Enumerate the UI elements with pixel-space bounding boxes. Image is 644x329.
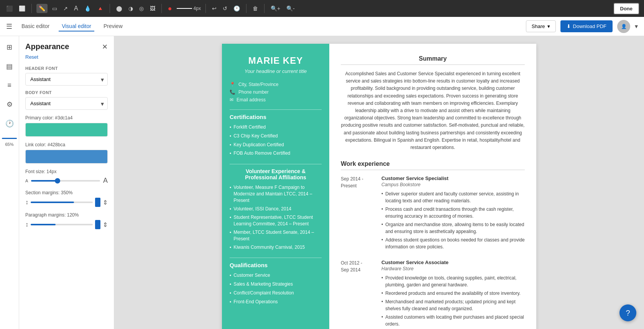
tab-visual-editor[interactable]: Visual editor: [59, 21, 94, 31]
resume-document: MARIE KEY Your headline or current title…: [222, 44, 536, 329]
link-color-swatch[interactable]: [25, 150, 108, 164]
history-icon[interactable]: 🕐: [232, 4, 242, 13]
separator-5: [246, 4, 246, 13]
tab-basic-editor[interactable]: Basic editor: [18, 21, 53, 31]
qual-2: Sales & Marketing Strategies: [230, 281, 322, 288]
ellipse-icon[interactable]: ⬤: [115, 4, 124, 13]
pen-icon[interactable]: ✏️: [36, 4, 48, 13]
primary-color-swatch[interactable]: [25, 123, 108, 137]
text-icon[interactable]: A: [72, 3, 80, 13]
phone-icon: 📞: [230, 89, 235, 95]
download-label: Download PDF: [573, 23, 606, 29]
vol-1: Volunteer, Measure F Campaign to Moderni…: [230, 184, 322, 203]
avatar-icon: 👤: [621, 24, 627, 29]
settings-icon[interactable]: ⚙: [4, 98, 15, 111]
qual-3: Conflict/Complaint Resolution: [230, 290, 322, 297]
cert-4: FOB Auto Remove Certified: [230, 150, 322, 157]
panel-header: Appearance ✕: [25, 42, 108, 51]
crop-icon[interactable]: ⬛: [5, 4, 14, 13]
job-2-details: Customer Service Associate Hardware Stor…: [381, 260, 525, 329]
menu-icon[interactable]: ☰: [6, 22, 12, 31]
image-icon[interactable]: 🖼: [148, 4, 157, 13]
section-margin-icon: ↕: [25, 199, 28, 206]
resume-left-column: MARIE KEY Your headline or current title…: [222, 44, 329, 329]
body-font-dropdown[interactable]: Assistant: [25, 97, 108, 110]
stroke-size-display: 4px: [177, 6, 201, 11]
vol-2: Volunteer, ISSI Dance, 2014: [230, 206, 322, 213]
section-margin-track: [31, 202, 93, 203]
paragraph-margins-label: Paragraph margins: 120%: [25, 212, 108, 218]
stroke-size-label: 4px: [194, 6, 201, 11]
header-font-dropdown[interactable]: Assistant: [25, 73, 108, 86]
header-bar: ☰ Basic editor Visual editor Preview Sha…: [0, 17, 644, 36]
tab-preview[interactable]: Preview: [100, 21, 126, 31]
reset-link[interactable]: Reset: [25, 54, 108, 60]
chevron-down-icon-user[interactable]: ▾: [635, 23, 638, 30]
email-text: Email address: [237, 97, 266, 103]
font-size-slider[interactable]: [31, 180, 100, 182]
avatar[interactable]: 👤: [617, 20, 630, 33]
separator-2: [110, 4, 110, 13]
rectangle-icon[interactable]: ▭: [51, 4, 59, 13]
paragraph-margins-row: ↕ ⇕: [25, 220, 108, 229]
job-entry-1: Sep 2014 -Present Customer Service Speci…: [341, 175, 525, 252]
certifications-title: Certifications: [230, 114, 322, 120]
qual-4: Front-End Operations: [230, 299, 322, 306]
arrow-icon[interactable]: ↗: [62, 4, 69, 13]
redo-icon[interactable]: ↺: [221, 4, 229, 13]
font-size-section: Font size: 14px A A: [25, 169, 108, 185]
download-pdf-button[interactable]: ⬇ Download PDF: [560, 20, 613, 32]
header-font-label: HEADER FONT: [25, 66, 108, 71]
link-color-label: Link color: #428bca: [25, 142, 108, 147]
shape-icon[interactable]: 🔺: [95, 4, 105, 13]
clock-icon[interactable]: 🕐: [3, 117, 16, 130]
big-a-icon: A: [103, 177, 108, 185]
separator-4: [205, 4, 206, 13]
section-margin-handle[interactable]: [95, 198, 100, 207]
separator-6: [264, 4, 264, 13]
paragraph-margin-icon: ↕: [25, 221, 28, 228]
job-2-bullet-2: Reordered products and ensured the avail…: [381, 290, 525, 297]
job-1-bullet-1: Deliver superior student and faculty cus…: [381, 190, 525, 204]
layout-icon[interactable]: ▤: [4, 60, 15, 73]
paragraph-margin-fill: [31, 224, 56, 225]
help-button[interactable]: ?: [619, 304, 636, 321]
top-toolbar: ⬛ ⬜ ✏️ ▭ ↗ A 💧 🔺 ⬤ ◑ ◎ 🖼 ● 4px ↩ ↺ 🕐 🗑 🔍…: [0, 0, 644, 17]
section-margin-fill: [31, 202, 74, 203]
zoom-out-icon[interactable]: 🔍-: [285, 4, 296, 13]
job-2-title: Customer Service Associate: [381, 260, 525, 265]
close-panel-button[interactable]: ✕: [102, 43, 108, 51]
trash-icon[interactable]: 🗑: [251, 4, 260, 13]
list-icon[interactable]: ≡: [5, 79, 14, 92]
qualifications-title: Qualifications: [230, 262, 322, 268]
zoom-in-icon[interactable]: 🔍+: [269, 4, 282, 13]
chevron-down-icon: ▾: [547, 23, 550, 29]
grid-icon[interactable]: ⊞: [4, 41, 15, 54]
zoom-level: 65%: [5, 142, 13, 147]
resume-name: MARIE KEY: [230, 55, 322, 66]
body-font-label: BODY FONT: [25, 90, 108, 95]
location-text: City, State/Province: [238, 82, 278, 87]
volunteer-title: Volunteer Experience & Professional Affi…: [230, 168, 322, 180]
red-circle-icon[interactable]: ●: [166, 3, 174, 14]
undo-icon[interactable]: ↩: [210, 4, 218, 13]
cert-2: C3 Chip Key Certified: [230, 133, 322, 140]
contact-email: ✉ Email address: [230, 97, 322, 103]
drop-icon[interactable]: 💧: [83, 4, 92, 13]
trim-icon[interactable]: ⬜: [17, 4, 27, 13]
cert-1: Forklift Certified: [230, 124, 322, 131]
small-a-icon: A: [25, 179, 28, 183]
done-button[interactable]: Done: [613, 3, 640, 15]
paragraph-margin-handle[interactable]: [95, 220, 100, 229]
vol-4: Member, LTCC Student Senate, 2014 – Pres…: [230, 229, 322, 242]
section-margin-arrows-icon: ⇕: [103, 199, 108, 206]
qual-1: Customer Service: [230, 272, 322, 279]
work-experience-title: Work experience: [341, 160, 525, 170]
share-button[interactable]: Share ▾: [526, 20, 556, 32]
half-circle-icon[interactable]: ◑: [127, 4, 135, 13]
font-size-label: Font size: 14px: [25, 169, 108, 174]
contact-location: 📍 City, State/Province: [230, 82, 322, 87]
vol-3: Student Representative, LTCC Student Lea…: [230, 214, 322, 227]
job-1-dates: Sep 2014 -Present: [341, 175, 375, 252]
target-icon[interactable]: ◎: [138, 4, 145, 13]
